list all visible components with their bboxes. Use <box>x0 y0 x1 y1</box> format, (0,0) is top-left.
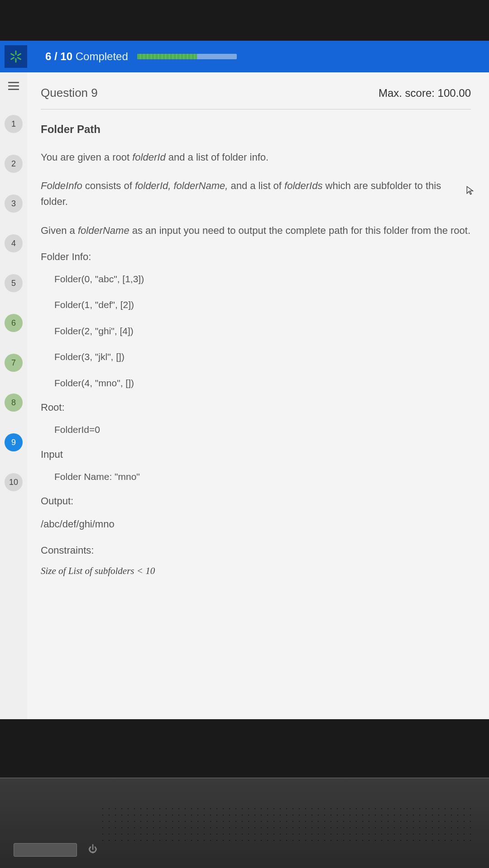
question-nav-4[interactable]: 4 <box>5 234 23 252</box>
problem-title: Folder Path <box>41 123 471 136</box>
constraint-line: Size of List of subfolders < 10 <box>41 565 471 577</box>
question-content: Question 9 Max. score: 100.00 Folder Pat… <box>27 72 489 719</box>
root-label: Root: <box>41 402 471 413</box>
power-icon: ⏻ <box>88 844 97 854</box>
mouse-cursor-icon <box>465 185 475 197</box>
question-nav-1[interactable]: 1 <box>5 115 23 133</box>
paragraph-1: You are given a root folderId and a list… <box>41 149 471 165</box>
output-label: Output: <box>41 495 471 507</box>
folder-line: Folder(2, "ghi", [4]) <box>41 324 471 338</box>
input-label: Input <box>41 449 471 460</box>
root-value: FolderId=0 <box>41 422 471 437</box>
laptop-base: ⏻ <box>0 778 489 868</box>
question-nav-6[interactable]: 6 <box>5 314 23 332</box>
question-label: Question 9 <box>41 86 98 100</box>
laptop-latch <box>14 843 77 857</box>
question-sidebar: 12345678910 <box>0 72 27 719</box>
question-nav-7[interactable]: 7 <box>5 354 23 372</box>
completed-label: Completed <box>76 50 128 62</box>
question-nav-8[interactable]: 8 <box>5 394 23 412</box>
menu-icon[interactable] <box>8 81 19 92</box>
question-nav-10[interactable]: 10 <box>5 473 23 491</box>
progress-bar <box>137 54 237 59</box>
question-nav-3[interactable]: 3 <box>5 194 23 213</box>
constraints-label: Constraints: <box>41 545 471 556</box>
paragraph-2: FoldeInfo consists of folderId, folderNa… <box>41 178 471 209</box>
output-value: /abc/def/ghi/mno <box>41 516 471 532</box>
question-nav-5[interactable]: 5 <box>5 274 23 292</box>
folder-line: Folder(3, "jkl", []) <box>41 350 471 364</box>
laptop-vent <box>100 806 471 842</box>
folder-line: Folder(0, "abc", [1,3]) <box>41 272 471 286</box>
completed-status: 6 / 10 Completed <box>45 50 128 63</box>
completed-count: 6 / 10 <box>45 50 72 62</box>
question-header: Question 9 Max. score: 100.00 <box>41 86 471 109</box>
folder-info-label: Folder Info: <box>41 251 471 263</box>
question-nav-9[interactable]: 9 <box>5 433 23 451</box>
svg-line-4 <box>11 58 14 60</box>
svg-line-5 <box>18 54 20 56</box>
folder-line: Folder(4, "mno", []) <box>41 376 471 390</box>
progress-fill <box>137 54 197 59</box>
svg-line-3 <box>18 58 20 60</box>
svg-line-2 <box>11 54 14 56</box>
max-score: Max. score: 100.00 <box>379 87 471 100</box>
brand-logo <box>5 45 27 68</box>
top-bar: 6 / 10 Completed <box>0 41 489 72</box>
question-nav-2[interactable]: 2 <box>5 155 23 173</box>
input-value: Folder Name: "mno" <box>41 470 471 484</box>
folder-line: Folder(1, "def", [2]) <box>41 298 471 312</box>
paragraph-3: Given a folderName as an input you need … <box>41 223 471 238</box>
